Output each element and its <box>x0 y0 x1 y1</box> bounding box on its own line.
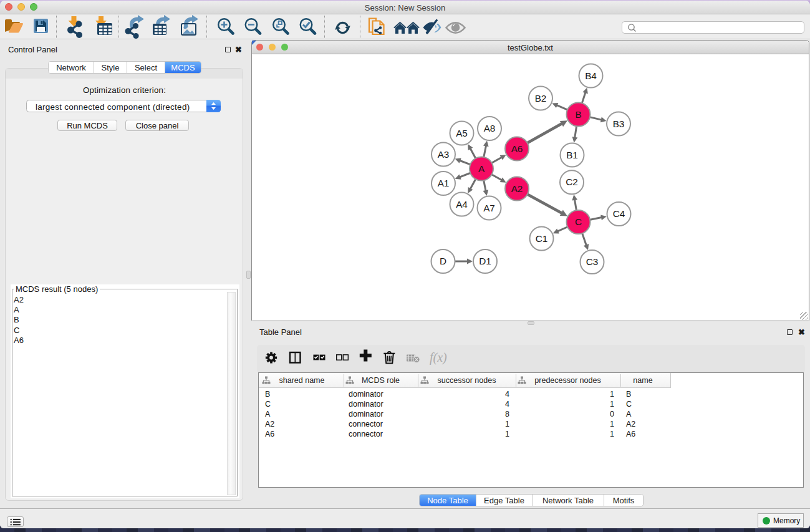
svg-text:D1: D1 <box>479 256 491 266</box>
svg-text:C: C <box>575 216 582 227</box>
svg-text:B3: B3 <box>613 118 625 129</box>
svg-text:B: B <box>575 109 581 120</box>
svg-text:B4: B4 <box>585 70 597 81</box>
svg-text:B1: B1 <box>566 150 578 160</box>
svg-text:A7: A7 <box>483 203 495 213</box>
svg-text:C3: C3 <box>586 256 599 267</box>
svg-text:A3: A3 <box>438 149 450 160</box>
svg-text:A6: A6 <box>511 143 523 154</box>
svg-text:A5: A5 <box>456 128 468 138</box>
svg-text:B2: B2 <box>535 93 547 104</box>
svg-text:A: A <box>478 163 485 174</box>
svg-text:A8: A8 <box>484 123 496 133</box>
svg-text:C1: C1 <box>536 233 548 244</box>
svg-text:f(x): f(x) <box>430 351 447 365</box>
svg-text:C4: C4 <box>613 208 625 219</box>
svg-text:D: D <box>440 256 446 266</box>
svg-text:A2: A2 <box>511 183 523 194</box>
svg-text:A1: A1 <box>438 178 450 188</box>
svg-text:C2: C2 <box>566 177 578 187</box>
svg-text:A4: A4 <box>456 199 468 210</box>
